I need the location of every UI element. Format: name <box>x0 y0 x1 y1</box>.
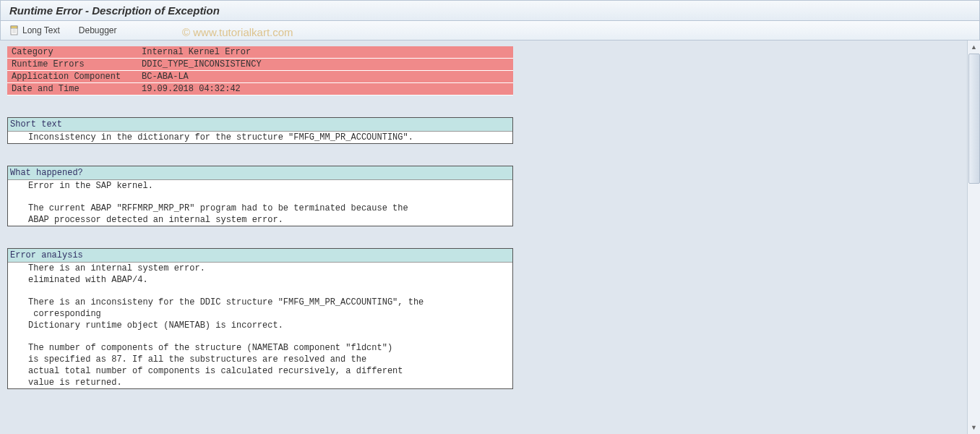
datetime-label: Date and Time <box>7 83 137 95</box>
text-line: The number of components of the structur… <box>8 342 512 354</box>
text-line: value is returned. <box>8 377 512 388</box>
error-info-table: Category Internal Kernel Error Runtime E… <box>7 46 513 95</box>
category-value: Internal Kernel Error <box>137 46 513 59</box>
error-analysis-header: Error analysis <box>8 249 512 263</box>
what-happened-body: Error in the SAP kernel. The current ABA… <box>8 180 512 226</box>
text-line: corresponding <box>8 308 512 320</box>
toolbar: Long Text Debugger <box>0 21 980 41</box>
datetime-value: 19.09.2018 04:32:42 <box>137 83 513 95</box>
text-line: Dictionary runtime object (NAMETAB) is i… <box>8 320 512 331</box>
text-line <box>8 331 512 342</box>
text-line: is specified as 87. If all the substruct… <box>8 354 512 365</box>
category-label: Category <box>7 46 137 59</box>
what-happened-section: What happened? Error in the SAP kernel. … <box>7 166 513 226</box>
text-line <box>8 286 512 297</box>
text-line: There is an internal system error. <box>8 263 512 274</box>
window-title-bar: Runtime Error - Description of Exception <box>0 0 980 21</box>
window-title: Runtime Error - Description of Exception <box>9 4 220 17</box>
svg-rect-1 <box>11 26 17 28</box>
short-text-section: Short text Inconsistency in the dictiona… <box>7 117 513 144</box>
debugger-button[interactable]: Debugger <box>76 24 120 37</box>
table-row: Category Internal Kernel Error <box>7 46 513 59</box>
vertical-scrollbar[interactable]: ▲ ▼ <box>967 41 980 434</box>
what-happened-header: What happened? <box>8 166 512 180</box>
scroll-down-arrow-icon[interactable]: ▼ <box>968 421 980 434</box>
table-row: Date and Time 19.09.2018 04:32:42 <box>7 83 513 95</box>
text-line: There is an inconsisteny for the DDIC st… <box>8 297 512 308</box>
text-line <box>8 192 512 203</box>
short-text-body: Inconsistency in the dictionary for the … <box>8 132 512 143</box>
text-line: eliminated with ABAP/4. <box>8 274 512 286</box>
runtime-errors-label: Runtime Errors <box>7 59 137 71</box>
debugger-label: Debugger <box>79 25 117 35</box>
text-line: actual total number of components is cal… <box>8 365 512 377</box>
table-row: Runtime Errors DDIC_TYPE_INCONSISTENCY <box>7 59 513 71</box>
scroll-up-arrow-icon[interactable]: ▲ <box>968 41 980 54</box>
app-component-value: BC-ABA-LA <box>137 71 513 83</box>
table-row: Application Component BC-ABA-LA <box>7 71 513 83</box>
error-analysis-section: Error analysis There is an internal syst… <box>7 248 513 389</box>
long-text-label: Long Text <box>22 25 60 35</box>
document-icon <box>9 25 20 35</box>
error-analysis-body: There is an internal system error. elimi… <box>8 263 512 388</box>
long-text-button[interactable]: Long Text <box>7 24 63 37</box>
text-line: Error in the SAP kernel. <box>8 180 512 192</box>
text-line: ABAP processor detected an internal syst… <box>8 214 512 226</box>
app-component-label: Application Component <box>7 71 137 83</box>
scroll-thumb[interactable] <box>968 54 980 184</box>
text-line: The current ABAP "RFFMRP_MRP_PR" program… <box>8 203 512 214</box>
short-text-header: Short text <box>8 118 512 132</box>
text-line: Inconsistency in the dictionary for the … <box>8 132 512 143</box>
content-area: Category Internal Kernel Error Runtime E… <box>0 41 980 431</box>
runtime-errors-value: DDIC_TYPE_INCONSISTENCY <box>137 59 513 71</box>
